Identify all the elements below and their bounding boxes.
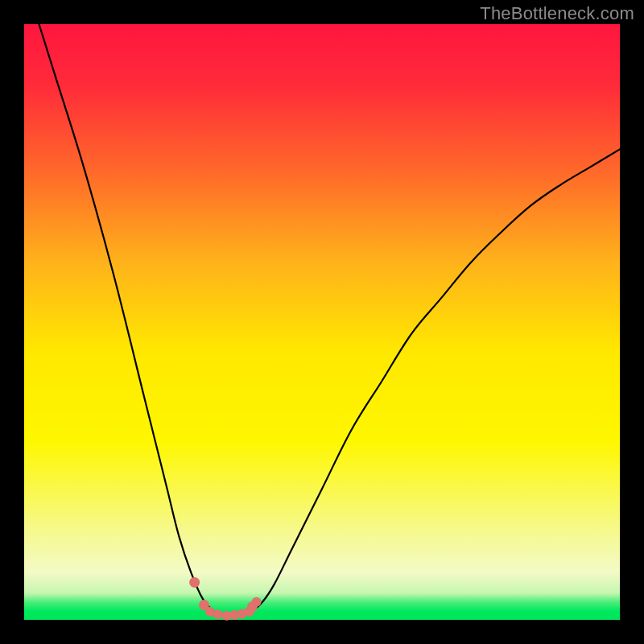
- watermark-text: TheBottleneck.com: [480, 3, 634, 24]
- bottleneck-chart: [0, 0, 644, 644]
- curve-marker: [213, 609, 223, 619]
- curve-marker: [252, 597, 262, 607]
- plot-area: [24, 24, 620, 620]
- curve-marker: [189, 577, 200, 588]
- chart-frame: TheBottleneck.com: [0, 0, 644, 644]
